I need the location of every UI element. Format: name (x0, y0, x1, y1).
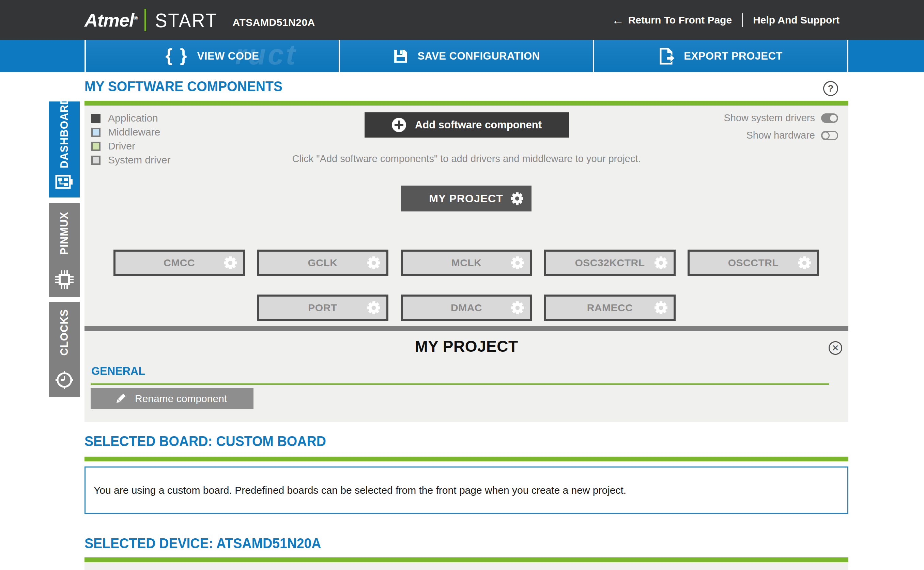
component-label: OSC32KCTRL (575, 257, 645, 269)
panel-divider (84, 326, 848, 331)
selected-device-title: SELECTED DEVICE: ATSAMD51N20A (84, 535, 321, 552)
green-divider-board (84, 457, 848, 461)
legend-label: Application (108, 112, 158, 124)
legend-item-application: Application (91, 112, 170, 124)
gear-icon[interactable] (654, 301, 668, 315)
gear-icon[interactable] (510, 301, 525, 315)
show-system-drivers-label: Show system drivers (724, 112, 815, 124)
my-project-root-button[interactable]: MY PROJECT (401, 185, 531, 211)
gear-icon[interactable] (223, 256, 238, 270)
help-link-label: Help And Support (753, 14, 840, 26)
add-software-component-button[interactable]: Add software component (365, 112, 569, 138)
component-label: GCLK (308, 257, 338, 269)
atmel-start-app: Atmel® START ATSAMD51N20A ← Return To Fr… (0, 0, 924, 570)
component-label: RAMECC (587, 302, 633, 314)
view-toggles: Show system drivers Show hardware (724, 112, 838, 141)
clocks-tab-label: CLOCKS (58, 309, 71, 356)
export-file-icon (658, 48, 675, 65)
save-floppy-icon (393, 48, 408, 64)
software-components-panel: Application Middleware Driver System dri… (84, 106, 848, 422)
component-label: DMAC (451, 302, 482, 314)
component-box-cmcc[interactable]: CMCC (114, 250, 245, 276)
dashboard-tab-label: DASHBOARD (58, 97, 71, 169)
legend-item-driver: Driver (91, 140, 170, 152)
save-configuration-button[interactable]: SAVE CONFIGURATION (340, 40, 594, 72)
export-project-button[interactable]: EXPORT PROJECT (594, 40, 847, 72)
return-link-label: Return To Front Page (628, 14, 732, 26)
legend-label: Middleware (108, 126, 160, 138)
top-bar-links: ← Return To Front Page Help And Support (612, 0, 840, 40)
component-label: MCLK (451, 257, 482, 269)
rename-component-label: Rename component (135, 393, 227, 405)
save-configuration-label: SAVE CONFIGURATION (417, 50, 540, 62)
sidebar-tab-dashboard[interactable]: DASHBOARD (49, 101, 80, 198)
product-name: START (155, 9, 218, 32)
gear-icon[interactable] (510, 256, 525, 270)
logo-separator (144, 9, 146, 31)
sidebar-tab-pinmux[interactable]: PINMUX (49, 203, 80, 297)
show-system-drivers-toggle[interactable]: Show system drivers (724, 112, 838, 124)
close-icon[interactable]: ✕ (829, 341, 842, 355)
toggle-off-icon (821, 131, 838, 140)
help-icon[interactable]: ? (823, 81, 838, 96)
component-label: CMCC (164, 257, 195, 269)
pinmux-chip-icon (55, 270, 74, 290)
code-braces-icon: { } (166, 45, 189, 65)
help-and-support-link[interactable]: Help And Support (753, 14, 840, 26)
next-panel-edge (84, 562, 848, 570)
help-glyph: ? (827, 83, 833, 94)
add-component-hint: Click "Add software components" to add d… (84, 153, 848, 164)
custom-board-message-box: You are using a custom board. Predefined… (84, 466, 848, 514)
component-box-oscctrl[interactable]: OSCCTRL (688, 250, 819, 276)
general-section-label: GENERAL (91, 364, 145, 378)
return-to-front-page-link[interactable]: ← Return To Front Page (612, 14, 732, 26)
middleware-swatch (91, 128, 101, 137)
view-code-button[interactable]: { } VIEW CODE (86, 40, 340, 72)
dashboard-icon (55, 174, 74, 190)
export-project-label: EXPORT PROJECT (684, 50, 783, 62)
top-bar: Atmel® START ATSAMD51N20A ← Return To Fr… (0, 0, 924, 40)
top-links-divider (742, 13, 743, 27)
application-swatch (91, 114, 101, 123)
component-box-dmac[interactable]: DMAC (401, 294, 532, 321)
plus-icon (392, 118, 406, 132)
add-software-component-label: Add software component (415, 119, 542, 131)
component-box-osc32kctrl[interactable]: OSC32KCTRL (544, 250, 675, 276)
show-hardware-label: Show hardware (746, 130, 815, 141)
gear-icon[interactable] (654, 256, 668, 270)
gear-icon[interactable] (367, 256, 381, 270)
toggle-on-icon (821, 113, 838, 123)
pinmux-tab-label: PINMUX (58, 211, 71, 255)
gear-icon[interactable] (367, 301, 381, 315)
component-box-ramecc[interactable]: RAMECC (544, 294, 675, 321)
action-toolbar: ruct { } VIEW CODE SAVE CONFIGURATION (0, 40, 924, 72)
component-label: PORT (308, 302, 337, 314)
back-arrow-icon: ← (612, 14, 624, 26)
show-hardware-toggle[interactable]: Show hardware (746, 130, 838, 141)
sidebar-tab-clocks[interactable]: CLOCKS (49, 302, 80, 397)
rename-component-button[interactable]: Rename component (91, 388, 253, 409)
driver-swatch (91, 142, 101, 151)
clock-icon (55, 371, 74, 389)
atmel-brand-logo: Atmel® (84, 9, 138, 31)
close-glyph: ✕ (832, 343, 839, 354)
pencil-icon (115, 392, 127, 405)
component-box-mclk[interactable]: MCLK (401, 250, 532, 276)
component-box-port[interactable]: PORT (257, 294, 388, 321)
selected-board-title: SELECTED BOARD: CUSTOM BOARD (84, 433, 326, 449)
gear-icon[interactable] (510, 192, 524, 205)
device-name: ATSAMD51N20A (233, 17, 315, 28)
green-divider-top (84, 101, 848, 106)
gear-icon[interactable] (797, 256, 812, 270)
general-underline (91, 383, 829, 385)
view-code-label: VIEW CODE (197, 50, 259, 62)
logo: Atmel® START ATSAMD51N20A (84, 0, 315, 40)
component-label: OSCCTRL (728, 257, 779, 269)
custom-board-message: You are using a custom board. Predefined… (94, 484, 626, 496)
toolbar-buttons: { } VIEW CODE SAVE CONFIGURATION (84, 40, 848, 72)
legend-label: Driver (108, 140, 135, 152)
my-project-root-label: MY PROJECT (429, 192, 503, 205)
green-divider-device (84, 558, 848, 562)
component-box-gclk[interactable]: GCLK (257, 250, 388, 276)
legend-item-middleware: Middleware (91, 126, 170, 138)
